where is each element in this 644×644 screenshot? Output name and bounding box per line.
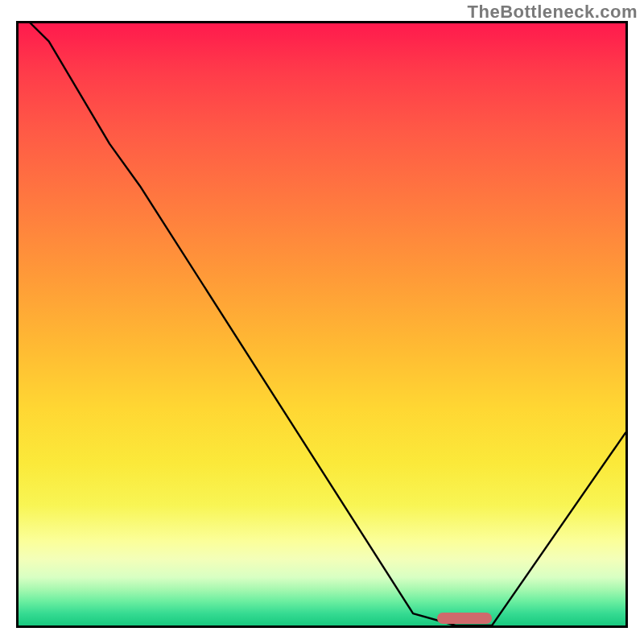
watermark-text: TheBottleneck.com: [468, 2, 638, 23]
chart-container: TheBottleneck.com: [0, 0, 644, 644]
plot-area: [16, 21, 628, 628]
optimal-range-marker: [437, 613, 492, 624]
bottleneck-curve: [19, 23, 625, 625]
